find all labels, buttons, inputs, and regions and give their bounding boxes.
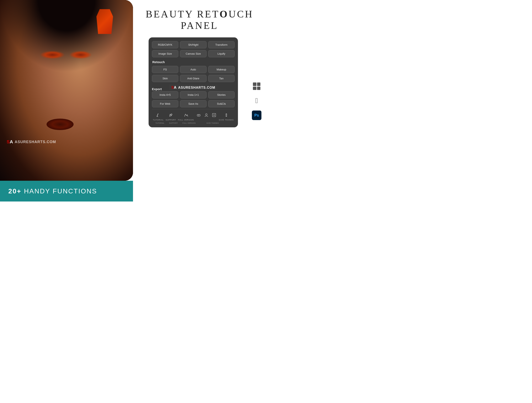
lips bbox=[47, 119, 74, 130]
row-2: Image Size Canvas Size Liquify bbox=[152, 50, 235, 57]
title-pre: BEAUTY RET bbox=[146, 8, 220, 19]
title-line2: PANEL bbox=[133, 20, 266, 31]
row-6: For Web Save As Sv&Cls bbox=[152, 100, 235, 107]
btn-canvas-size[interactable]: Canvas Size bbox=[180, 50, 206, 57]
sa-logo-photo: SA bbox=[7, 139, 13, 145]
svg-line-0 bbox=[157, 114, 158, 117]
eraser-label: - bbox=[198, 119, 199, 121]
eraser-icon bbox=[196, 112, 202, 118]
toolbar-full-version[interactable]: FULL VERSION bbox=[178, 112, 194, 121]
btn-rgb-cmyk[interactable]: RGB/CMYK bbox=[152, 41, 178, 48]
tutorial-label: TUTORIAL bbox=[153, 119, 164, 121]
svg-point-2 bbox=[171, 114, 172, 115]
fork-icon bbox=[223, 112, 229, 118]
btn-liquify[interactable]: Liquify bbox=[208, 50, 235, 57]
face-background bbox=[0, 0, 133, 181]
toolbar-eraser[interactable]: - bbox=[196, 112, 202, 121]
function-label: HANDY FUNCTIONS bbox=[21, 187, 97, 195]
beauty-retouch-panel: RGB/CMYK Sh/Highl Transform Image Size C… bbox=[149, 38, 238, 127]
photoshop-icon[interactable]: Ps bbox=[252, 110, 262, 120]
toolbar-give-thanks[interactable]: - bbox=[203, 112, 209, 121]
sa-s: S bbox=[7, 139, 10, 145]
btn-insta-11[interactable]: Insta 1×1 bbox=[180, 91, 206, 98]
btn-image-size[interactable]: Image Size bbox=[152, 50, 178, 57]
fork-label: GIVE THANKS bbox=[219, 119, 234, 121]
full-version-icon bbox=[183, 112, 189, 118]
full-version-label: FULL VERSION bbox=[178, 119, 194, 121]
panel-watermark: SA ASURESHARTS.COM bbox=[169, 85, 218, 91]
btn-stories[interactable]: Stories bbox=[208, 91, 235, 98]
retouch-label: Retouch bbox=[152, 60, 235, 64]
export-label: Export bbox=[152, 87, 162, 91]
toolbar-support[interactable]: SUPPORT bbox=[166, 112, 176, 121]
btn-makeup[interactable]: Makeup bbox=[208, 66, 235, 73]
btn-anti-glare[interactable]: Anti Glare bbox=[180, 75, 206, 82]
title-area: BEAUTY RETOUCH PANEL bbox=[133, 0, 266, 38]
support-label: SUPPORT bbox=[166, 119, 176, 121]
row-5: Insta 4×5 Insta 1×1 Stories bbox=[152, 91, 235, 98]
sa-a: A bbox=[10, 139, 13, 145]
svg-point-5 bbox=[206, 114, 207, 115]
nails bbox=[96, 9, 113, 34]
btn-save-as[interactable]: Save As bbox=[180, 100, 206, 107]
toolbar-fork[interactable]: GIVE THANKS bbox=[219, 112, 234, 121]
panel-toolbar: TUTORIAL SUPPORT bbox=[152, 109, 235, 124]
toolbar-icons-row: TUTORIAL SUPPORT bbox=[152, 112, 235, 121]
title-post: UCH bbox=[228, 8, 253, 19]
photo-area: SA ASURESHARTS.COM bbox=[0, 0, 133, 181]
toolbar-tutorial[interactable]: TUTORIAL bbox=[153, 112, 164, 121]
btn-for-web[interactable]: For Web bbox=[152, 100, 178, 107]
photo-watermark: SA ASURESHARTS.COM bbox=[7, 139, 56, 145]
give-thanks-icon bbox=[203, 112, 209, 118]
watermark-text-photo: ASURESHARTS.COM bbox=[15, 140, 56, 144]
watermark-text-panel: ASURESHARTS.COM bbox=[178, 86, 215, 89]
support-icon bbox=[168, 112, 174, 118]
apple-icon[interactable]:  bbox=[252, 95, 262, 106]
label-support: SUPPORT bbox=[169, 122, 178, 124]
windows-icon[interactable] bbox=[252, 81, 262, 91]
btn-insta-45[interactable]: Insta 4×5 bbox=[152, 91, 178, 98]
label-tutorial: TUTORIAL bbox=[155, 122, 164, 124]
row-3: FS Auto Makeup bbox=[152, 66, 235, 73]
hair-overlay bbox=[0, 0, 133, 72]
toolbar-add[interactable] bbox=[211, 112, 217, 119]
windows-logo bbox=[253, 82, 260, 90]
eye-right-shadow bbox=[69, 51, 92, 59]
right-area: BEAUTY RETOUCH PANEL RGB/CMYK Sh/Highl T… bbox=[133, 0, 266, 202]
tutorial-icon bbox=[155, 112, 161, 118]
btn-sv-cls[interactable]: Sv&Cls bbox=[208, 100, 235, 107]
add-icon bbox=[211, 112, 217, 118]
side-icons:  Ps bbox=[252, 81, 262, 120]
row-4: Skin Anti Glare Tan bbox=[152, 75, 235, 82]
btn-auto[interactable]: Auto bbox=[180, 66, 206, 73]
bottom-bar-text: 20+ HANDY FUNCTIONS bbox=[8, 187, 97, 195]
function-count: 20+ bbox=[8, 187, 21, 195]
btn-skin[interactable]: Skin bbox=[152, 75, 178, 82]
ps-logo: Ps bbox=[252, 111, 261, 120]
title-bold: O bbox=[219, 8, 228, 19]
give-thanks-label: - bbox=[206, 119, 207, 121]
title-line1: BEAUTY RETOUCH bbox=[133, 8, 266, 20]
label-give-thanks: GIVE THANKS bbox=[206, 122, 219, 124]
apple-logo:  bbox=[255, 97, 258, 104]
sa-logo-panel: SA bbox=[171, 85, 177, 90]
btn-fs[interactable]: FS bbox=[152, 66, 178, 73]
label-full-version: FULL VERSION bbox=[183, 122, 196, 124]
row-1: RGB/CMYK Sh/Highl Transform bbox=[152, 41, 235, 48]
eye-left-shadow bbox=[40, 51, 65, 59]
btn-sh-highl[interactable]: Sh/Highl bbox=[180, 41, 206, 48]
btn-transform[interactable]: Transform bbox=[208, 41, 235, 48]
btn-tan[interactable]: Tan bbox=[208, 75, 235, 82]
